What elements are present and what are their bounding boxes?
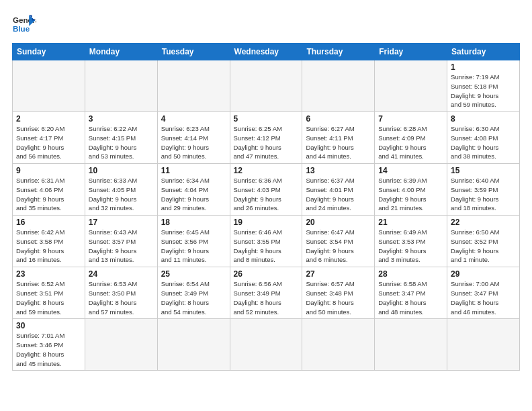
calendar-cell <box>447 319 520 371</box>
day-info: Sunrise: 6:57 AM Sunset: 3:48 PM Dayligh… <box>306 279 371 316</box>
calendar-cell <box>230 60 302 112</box>
day-info: Sunrise: 6:52 AM Sunset: 3:51 PM Dayligh… <box>16 279 81 316</box>
day-number: 26 <box>234 269 299 279</box>
day-info: Sunrise: 6:31 AM Sunset: 4:06 PM Dayligh… <box>16 176 81 213</box>
day-number: 18 <box>161 218 226 227</box>
header: General Blue <box>12 12 520 36</box>
day-number: 21 <box>378 218 443 227</box>
calendar-cell: 27Sunrise: 6:57 AM Sunset: 3:48 PM Dayli… <box>302 267 375 319</box>
day-info: Sunrise: 6:33 AM Sunset: 4:05 PM Dayligh… <box>89 176 154 213</box>
calendar-cell: 28Sunrise: 6:58 AM Sunset: 3:47 PM Dayli… <box>375 267 447 319</box>
calendar-cell: 16Sunrise: 6:42 AM Sunset: 3:58 PM Dayli… <box>13 216 85 267</box>
calendar-cell: 24Sunrise: 6:53 AM Sunset: 3:50 PM Dayli… <box>85 267 157 319</box>
calendar-week-row: 30Sunrise: 7:01 AM Sunset: 3:46 PM Dayli… <box>13 319 520 371</box>
calendar-cell: 22Sunrise: 6:50 AM Sunset: 3:52 PM Dayli… <box>447 216 520 267</box>
day-number: 15 <box>451 166 516 175</box>
day-info: Sunrise: 6:47 AM Sunset: 3:54 PM Dayligh… <box>306 228 371 265</box>
day-number: 4 <box>161 114 226 124</box>
day-info: Sunrise: 6:58 AM Sunset: 3:47 PM Dayligh… <box>378 279 443 316</box>
calendar-header-friday: Friday <box>375 44 447 60</box>
calendar-cell: 8Sunrise: 6:30 AM Sunset: 4:08 PM Daylig… <box>447 112 520 164</box>
calendar-week-row: 2Sunrise: 6:20 AM Sunset: 4:17 PM Daylig… <box>13 112 520 164</box>
day-info: Sunrise: 6:23 AM Sunset: 4:14 PM Dayligh… <box>161 124 226 161</box>
day-number: 7 <box>378 114 443 124</box>
calendar-cell <box>375 60 447 112</box>
day-number: 10 <box>89 166 154 175</box>
calendar-header-tuesday: Tuesday <box>157 44 230 60</box>
day-info: Sunrise: 6:49 AM Sunset: 3:53 PM Dayligh… <box>378 228 443 265</box>
day-info: Sunrise: 6:34 AM Sunset: 4:04 PM Dayligh… <box>161 176 226 213</box>
day-info: Sunrise: 6:45 AM Sunset: 3:56 PM Dayligh… <box>161 228 226 265</box>
svg-text:Blue: Blue <box>13 24 30 33</box>
calendar-cell: 13Sunrise: 6:37 AM Sunset: 4:01 PM Dayli… <box>302 164 375 216</box>
calendar-cell: 26Sunrise: 6:56 AM Sunset: 3:49 PM Dayli… <box>230 267 302 319</box>
day-number: 2 <box>16 114 81 124</box>
calendar-header-row: SundayMondayTuesdayWednesdayThursdayFrid… <box>13 44 520 60</box>
calendar-cell <box>302 60 375 112</box>
calendar-header-wednesday: Wednesday <box>230 44 302 60</box>
day-number: 27 <box>306 269 371 279</box>
day-number: 8 <box>451 114 516 124</box>
calendar-cell: 25Sunrise: 6:54 AM Sunset: 3:49 PM Dayli… <box>157 267 230 319</box>
day-info: Sunrise: 7:01 AM Sunset: 3:46 PM Dayligh… <box>16 331 81 368</box>
day-number: 30 <box>16 321 81 330</box>
day-info: Sunrise: 6:36 AM Sunset: 4:03 PM Dayligh… <box>234 176 299 213</box>
calendar-cell <box>157 60 230 112</box>
day-number: 22 <box>451 218 516 227</box>
calendar-cell: 21Sunrise: 6:49 AM Sunset: 3:53 PM Dayli… <box>375 216 447 267</box>
day-number: 1 <box>451 62 516 72</box>
day-info: Sunrise: 6:46 AM Sunset: 3:55 PM Dayligh… <box>234 228 299 265</box>
logo: General Blue <box>12 12 36 36</box>
day-info: Sunrise: 6:43 AM Sunset: 3:57 PM Dayligh… <box>89 228 154 265</box>
day-number: 9 <box>16 166 81 175</box>
page: General Blue SundayMondayTuesdayWednesda… <box>0 0 532 411</box>
calendar-cell: 4Sunrise: 6:23 AM Sunset: 4:14 PM Daylig… <box>157 112 230 164</box>
day-info: Sunrise: 6:50 AM Sunset: 3:52 PM Dayligh… <box>451 228 516 265</box>
day-info: Sunrise: 7:00 AM Sunset: 3:47 PM Dayligh… <box>451 279 516 316</box>
calendar-header-thursday: Thursday <box>302 44 375 60</box>
calendar-cell: 18Sunrise: 6:45 AM Sunset: 3:56 PM Dayli… <box>157 216 230 267</box>
day-number: 16 <box>16 218 81 227</box>
day-info: Sunrise: 6:42 AM Sunset: 3:58 PM Dayligh… <box>16 228 81 265</box>
day-info: Sunrise: 6:39 AM Sunset: 4:00 PM Dayligh… <box>378 176 443 213</box>
calendar-cell <box>302 319 375 371</box>
day-number: 23 <box>16 269 81 279</box>
calendar-cell <box>230 319 302 371</box>
day-info: Sunrise: 6:22 AM Sunset: 4:15 PM Dayligh… <box>89 124 154 161</box>
calendar-header-sunday: Sunday <box>13 44 85 60</box>
calendar-cell: 30Sunrise: 7:01 AM Sunset: 3:46 PM Dayli… <box>13 319 85 371</box>
day-info: Sunrise: 6:54 AM Sunset: 3:49 PM Dayligh… <box>161 279 226 316</box>
day-number: 20 <box>306 218 371 227</box>
day-number: 28 <box>378 269 443 279</box>
calendar-cell: 7Sunrise: 6:28 AM Sunset: 4:09 PM Daylig… <box>375 112 447 164</box>
calendar-week-row: 1Sunrise: 7:19 AM Sunset: 5:18 PM Daylig… <box>13 60 520 112</box>
day-number: 19 <box>234 218 299 227</box>
calendar-header-saturday: Saturday <box>447 44 520 60</box>
calendar-week-row: 9Sunrise: 6:31 AM Sunset: 4:06 PM Daylig… <box>13 164 520 216</box>
day-number: 13 <box>306 166 371 175</box>
day-number: 12 <box>234 166 299 175</box>
calendar-cell: 14Sunrise: 6:39 AM Sunset: 4:00 PM Dayli… <box>375 164 447 216</box>
calendar-cell: 5Sunrise: 6:25 AM Sunset: 4:12 PM Daylig… <box>230 112 302 164</box>
day-number: 14 <box>378 166 443 175</box>
calendar-cell: 9Sunrise: 6:31 AM Sunset: 4:06 PM Daylig… <box>13 164 85 216</box>
calendar-cell: 6Sunrise: 6:27 AM Sunset: 4:11 PM Daylig… <box>302 112 375 164</box>
calendar-cell <box>13 60 85 112</box>
day-number: 25 <box>161 269 226 279</box>
calendar-cell: 20Sunrise: 6:47 AM Sunset: 3:54 PM Dayli… <box>302 216 375 267</box>
calendar-cell <box>375 319 447 371</box>
calendar-week-row: 23Sunrise: 6:52 AM Sunset: 3:51 PM Dayli… <box>13 267 520 319</box>
calendar-cell: 19Sunrise: 6:46 AM Sunset: 3:55 PM Dayli… <box>230 216 302 267</box>
day-number: 5 <box>234 114 299 124</box>
calendar-cell <box>85 319 157 371</box>
calendar-cell: 29Sunrise: 7:00 AM Sunset: 3:47 PM Dayli… <box>447 267 520 319</box>
calendar-cell: 23Sunrise: 6:52 AM Sunset: 3:51 PM Dayli… <box>13 267 85 319</box>
day-info: Sunrise: 6:20 AM Sunset: 4:17 PM Dayligh… <box>16 124 81 161</box>
day-info: Sunrise: 6:40 AM Sunset: 3:59 PM Dayligh… <box>451 176 516 213</box>
calendar-cell: 15Sunrise: 6:40 AM Sunset: 3:59 PM Dayli… <box>447 164 520 216</box>
day-info: Sunrise: 6:53 AM Sunset: 3:50 PM Dayligh… <box>89 279 154 316</box>
day-number: 17 <box>89 218 154 227</box>
calendar-header-monday: Monday <box>85 44 157 60</box>
calendar-cell <box>157 319 230 371</box>
calendar: SundayMondayTuesdayWednesdayThursdayFrid… <box>12 43 520 371</box>
